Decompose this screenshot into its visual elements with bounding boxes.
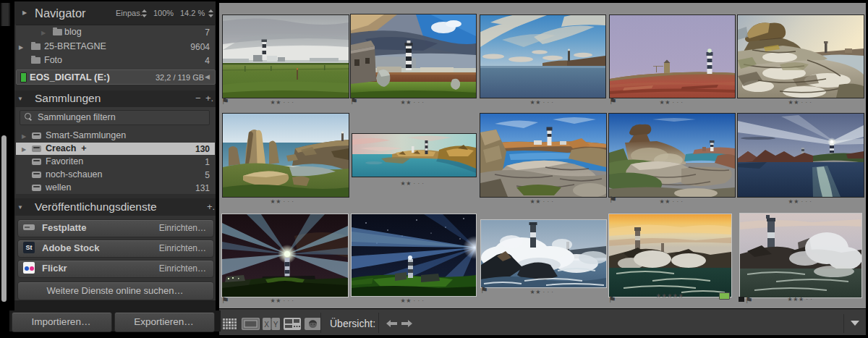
svg-text:Y: Y <box>273 321 278 329</box>
svg-text:X: X <box>264 321 269 329</box>
